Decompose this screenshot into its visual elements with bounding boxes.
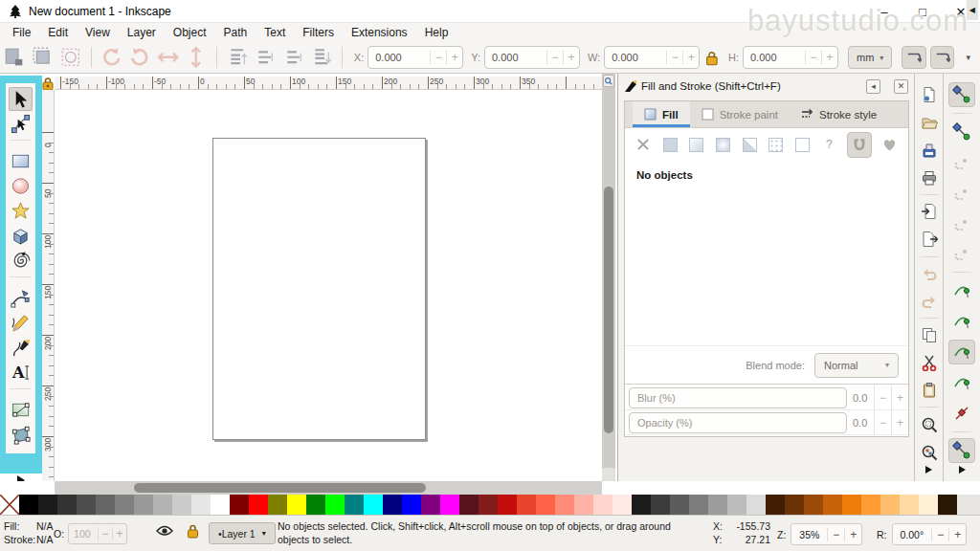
paint-no-paint-button[interactable] [635, 136, 653, 154]
palette-swatch[interactable] [383, 495, 402, 515]
palette-swatch-none[interactable] [0, 495, 19, 515]
paint-heart-button[interactable] [880, 136, 899, 154]
open-document-button[interactable] [920, 113, 939, 132]
canvas[interactable] [55, 90, 602, 481]
decrement-button[interactable]: − [666, 51, 682, 64]
palette-swatch[interactable] [938, 495, 957, 515]
zoom-spinbox[interactable]: 35% − + [791, 523, 862, 545]
palette-swatch[interactable] [517, 495, 536, 515]
palette-swatch[interactable] [459, 495, 479, 515]
palette-swatch[interactable] [880, 495, 900, 515]
undo-button[interactable] [920, 264, 939, 283]
palette-swatch[interactable] [651, 495, 670, 515]
palette-swatch[interactable] [191, 495, 211, 515]
palette-swatch[interactable] [96, 495, 115, 515]
tab-stroke-paint[interactable]: Stroke paint [690, 101, 790, 127]
panel-close-button[interactable]: ✕ [894, 79, 908, 94]
menu-layer[interactable]: Layer [119, 24, 165, 41]
export-button[interactable] [920, 230, 939, 249]
current-layer-selector[interactable]: • Layer 1 ▾ [209, 522, 276, 544]
palette-swatch[interactable] [804, 495, 823, 515]
opacity-slider[interactable]: Opacity (%) [629, 412, 847, 433]
palette-swatch[interactable] [900, 495, 919, 515]
snap-bbox-centers-toggle[interactable] [948, 242, 975, 267]
vertical-ruler[interactable]: 050100150200250300 [42, 90, 55, 481]
menu-help[interactable]: Help [416, 24, 457, 41]
commands-bar-expander[interactable] [925, 466, 932, 474]
palette-swatch[interactable] [134, 495, 153, 515]
palette-swatch[interactable] [670, 495, 689, 515]
units-dropdown[interactable]: mm▾ [848, 46, 892, 69]
raise-to-top-icon[interactable] [226, 47, 249, 68]
minimize-button[interactable]: – [865, 0, 903, 23]
palette-swatch[interactable] [823, 495, 842, 515]
palette-swatch[interactable] [268, 495, 287, 515]
palette-swatch[interactable] [230, 495, 249, 515]
palette-swatch[interactable] [574, 495, 593, 515]
lower-icon[interactable] [282, 47, 305, 68]
select-all-layers-icon[interactable] [32, 47, 55, 68]
redo-button[interactable] [920, 292, 939, 311]
horizontal-scrollbar-thumb[interactable] [134, 483, 426, 493]
tool-box-3d[interactable] [9, 224, 33, 248]
decrement-button[interactable]: − [546, 51, 563, 64]
menu-file[interactable]: File [4, 24, 39, 41]
tool-node-editor[interactable] [9, 112, 33, 136]
snap-bbox-edges-toggle[interactable] [948, 150, 975, 175]
paint-radial-gradient-button[interactable] [714, 136, 732, 154]
paint-pattern-button[interactable] [741, 136, 759, 154]
palette-swatch[interactable] [689, 495, 708, 515]
select-all-icon[interactable] [3, 47, 26, 68]
zoom-selection-button[interactable] [920, 415, 939, 434]
opacity-decrement[interactable]: − [98, 527, 112, 540]
vertical-scrollbar[interactable] [602, 74, 615, 481]
snap-cusp-nodes-toggle[interactable] [948, 340, 975, 364]
save-document-button[interactable] [920, 141, 939, 160]
move-gradients-toggle[interactable] [902, 46, 926, 69]
menu-filters[interactable]: Filters [294, 24, 343, 41]
palette-swatch[interactable] [19, 495, 38, 515]
tool-rectangle[interactable] [9, 149, 33, 173]
palette-swatch[interactable] [249, 495, 268, 515]
palette-swatch[interactable] [555, 495, 574, 515]
menu-object[interactable]: Object [165, 24, 215, 41]
tool-star[interactable] [9, 199, 33, 223]
tool-text[interactable]: A [9, 361, 33, 385]
palette-swatch[interactable] [115, 495, 134, 515]
guides-lock-icon[interactable] [41, 77, 55, 91]
snap-bar-expander[interactable] [959, 466, 966, 474]
palette-swatch[interactable] [306, 495, 325, 515]
palette-swatch[interactable] [211, 495, 230, 515]
palette-swatch[interactable] [479, 495, 498, 515]
increment-button[interactable]: + [446, 51, 462, 64]
palette-swatch[interactable] [612, 495, 632, 515]
increment-button[interactable]: + [682, 51, 699, 64]
opacity-increment[interactable]: + [891, 410, 908, 434]
palette-swatch[interactable] [57, 495, 77, 515]
raise-icon[interactable] [254, 47, 277, 68]
menu-text[interactable]: Text [256, 24, 294, 41]
palette-swatch[interactable] [727, 495, 746, 515]
decrement-button[interactable]: − [805, 51, 821, 64]
tool-pencil[interactable] [9, 311, 33, 335]
palette-swatch[interactable] [785, 495, 804, 515]
palette-swatch[interactable] [842, 495, 861, 515]
y-input[interactable]: 0.000−+ [484, 46, 580, 69]
paste-button[interactable] [920, 381, 939, 400]
palette-scroll-arrow[interactable]: ◀ [967, 0, 978, 20]
palette-swatch[interactable] [593, 495, 612, 515]
deselect-icon[interactable] [59, 47, 82, 68]
snap-bbox-corners-toggle[interactable] [948, 181, 975, 206]
palette-swatch[interactable] [746, 495, 766, 515]
toolbar-overflow-chevron[interactable]: ▾ [966, 53, 970, 62]
opacity-spinbox[interactable]: 100 − + [68, 523, 127, 544]
tool-ellipse[interactable] [9, 174, 33, 198]
sticky-zoom-button[interactable] [603, 75, 614, 87]
tool-gradient[interactable] [9, 398, 33, 422]
print-button[interactable] [920, 168, 939, 187]
snap-enable-toggle[interactable] [948, 82, 975, 107]
menu-view[interactable]: View [77, 24, 119, 41]
tab-fill[interactable]: Fill [633, 101, 690, 127]
menu-extensions[interactable]: Extensions [343, 24, 416, 41]
vertical-scrollbar-thumb[interactable] [604, 187, 613, 433]
